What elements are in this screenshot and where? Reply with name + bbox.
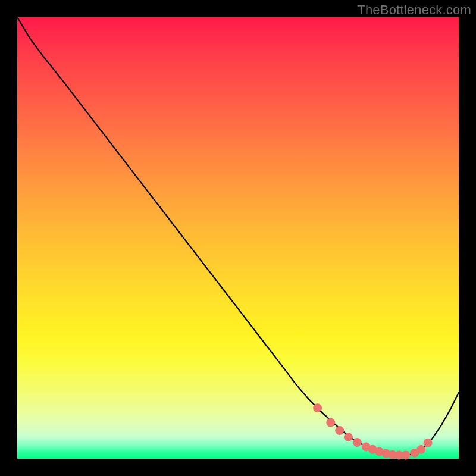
dot	[417, 445, 425, 453]
plot-area	[17, 17, 459, 459]
dot	[336, 427, 344, 435]
chart-frame: TheBottleneck.com	[0, 0, 476, 476]
dot	[314, 404, 322, 412]
dot	[345, 433, 353, 441]
dot	[353, 439, 361, 447]
dot	[327, 418, 335, 427]
curve-layer	[17, 17, 459, 459]
dot	[424, 439, 432, 447]
sweet-spot-dots	[314, 404, 433, 459]
dot	[402, 451, 410, 459]
bottleneck-curve	[17, 17, 459, 456]
watermark-text: TheBottleneck.com	[357, 2, 471, 18]
